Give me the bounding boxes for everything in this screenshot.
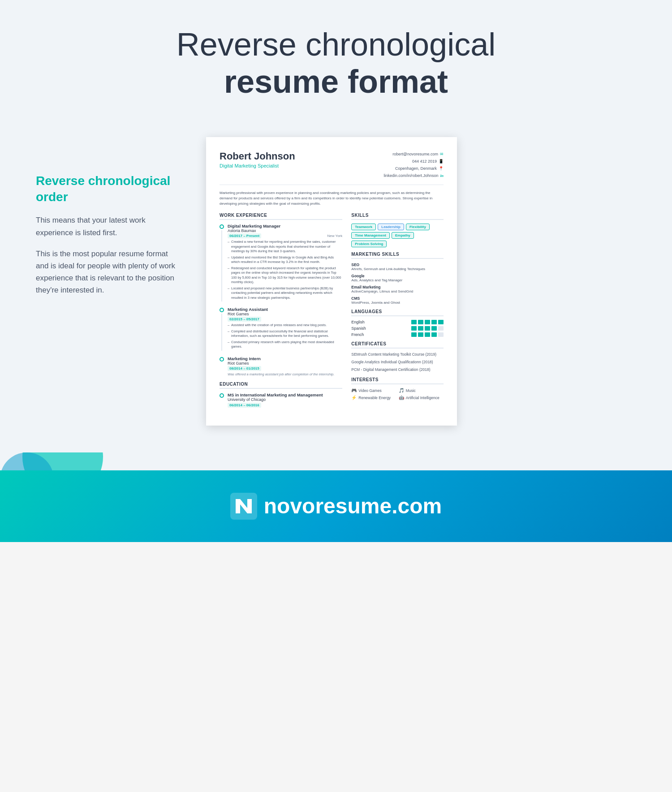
job-title-3: Marketing Intern [228, 356, 342, 361]
skill-time-management: Time Management [351, 232, 390, 239]
skill-problem-solving: Problem Solving [351, 241, 387, 247]
lang-bars-spanish [411, 326, 444, 331]
job-dot-col-2 [220, 307, 224, 351]
resume-summary: Marketing professional with proven exper… [220, 190, 444, 207]
resume-columns: WORK EXPERIENCE Digital Marketing Manage… [220, 213, 444, 412]
interest-music: 🎵 Music [399, 388, 444, 393]
mskill-seo-name: SEO [351, 263, 444, 267]
edu-content-1: MS in International Marketing and Manage… [228, 392, 323, 408]
skills-header: SKILLS [351, 213, 444, 220]
header-section: Reverse chronological resume format [0, 0, 672, 119]
resume-name: Robert Johnson [220, 151, 295, 162]
job-entry-2: Marketing Assistant Riot Games 02/2015 –… [220, 307, 342, 351]
bracket-container: Reverse chronological order This means t… [36, 173, 179, 297]
lang-bar-f5 [438, 332, 444, 337]
job-dates-2: 02/2015 – 05/2017 [228, 317, 261, 321]
mskill-google-name: Google [351, 274, 444, 278]
renewable-icon: ⚡ [351, 395, 357, 400]
job-bullets-1: Created a new format for reporting and p… [228, 240, 342, 300]
mskill-cms-detail: WordPress, Joomla and Ghost [351, 301, 444, 305]
lang-bar-e4 [431, 320, 437, 324]
job-meta-3: 08/2014 – 01/2015 [228, 366, 342, 370]
job-line-1 [221, 230, 222, 301]
bullet-2-1: Assisted with the creation of press rele… [228, 323, 342, 328]
interest-renewable: ⚡ Renewable Energy [351, 395, 396, 400]
job-entry-3: Marketing Intern Riot Games 08/2014 – 01… [220, 356, 342, 376]
job-content-1: Digital Marketing Manager Astoria Baumax… [228, 224, 342, 301]
work-experience-header: WORK EXPERIENCE [220, 213, 342, 220]
mskill-cms-name: CMS [351, 296, 444, 301]
skill-leadership: Leadership [378, 224, 404, 230]
lang-bar-f1 [411, 332, 417, 337]
education-header: EDUCATION [220, 382, 342, 389]
contact-linkedin-row: linkedin.com/in/robert.Johnson in [383, 172, 444, 179]
contact-phone: 044 412 2019 [412, 158, 437, 165]
lang-row-english: English [351, 320, 444, 324]
lang-bar-f2 [418, 332, 423, 337]
contact-phone-row: 044 412 2019 📱 [383, 158, 444, 165]
skills-tags-container: Teamwork Leadership Flexibility Time Man… [351, 224, 444, 247]
cert-3: PCM - Digital Management Certification (… [351, 367, 444, 373]
job-company-2: Riot Games [228, 312, 342, 316]
resume-job-title: Digital Marketing Specialist [220, 163, 295, 168]
lang-bar-e5 [438, 320, 444, 324]
job-dot-col-3 [220, 356, 224, 376]
bullet-1-1: Created a new format for reporting and p… [228, 240, 342, 254]
lang-bar-e1 [411, 320, 417, 324]
title-light: Reverse chronological [45, 27, 627, 62]
interest-ai-label: Artificial Intelligence [406, 396, 439, 400]
ai-icon: 🤖 [399, 395, 404, 400]
mskill-google: Google Ads, Analytics and Tag Manager [351, 274, 444, 282]
contact-location-row: Copenhagen, Denmark 📍 [383, 165, 444, 172]
mskill-email-detail: ActiveCampaign, Litmus and SendGrid [351, 289, 444, 293]
lang-bar-s4 [431, 326, 437, 331]
skill-teamwork: Teamwork [351, 224, 376, 230]
lang-bar-e2 [418, 320, 423, 324]
edu-degree-1: MS in International Marketing and Manage… [228, 392, 323, 397]
mskill-email: Email Marketing ActiveCampaign, Litmus a… [351, 285, 444, 293]
bullet-2-2: Compiled and distributed successfully th… [228, 329, 342, 339]
interest-renewable-label: Renewable Energy [358, 396, 391, 400]
resume-name-block: Robert Johnson Digital Marketing Special… [220, 151, 295, 168]
annotation-para1: This means that your latest work experie… [36, 214, 179, 238]
job-company-1: Astoria Baumax [228, 228, 342, 233]
resume-header: Robert Johnson Digital Marketing Special… [220, 151, 444, 185]
interests-header: INTERESTS [351, 377, 444, 384]
job-meta-1: 06/2017 – Present New York [228, 234, 342, 238]
mskill-google-detail: Ads, Analytics and Tag Manager [351, 278, 444, 282]
lang-bar-e3 [425, 320, 430, 324]
lang-bar-s3 [425, 326, 430, 331]
lang-english: English [351, 320, 374, 324]
brand-name: novoresume.com [264, 494, 442, 518]
contact-location: Copenhagen, Denmark [395, 165, 437, 172]
mskill-seo: SEO Ahrefs, Semrush and Link-building Te… [351, 263, 444, 271]
job-dates-3: 08/2014 – 01/2015 [228, 366, 261, 370]
job-content-2: Marketing Assistant Riot Games 02/2015 –… [228, 307, 342, 351]
left-column: WORK EXPERIENCE Digital Marketing Manage… [220, 213, 342, 412]
title-bold: resume format [45, 62, 627, 101]
edu-entry-1: MS in International Marketing and Manage… [220, 392, 342, 408]
lang-spanish: Spanish [351, 326, 374, 331]
email-icon: ✉ [440, 151, 444, 158]
brand-n-logo [230, 493, 257, 520]
annotation-para2: This is the most popular resume format a… [36, 248, 179, 297]
bullet-1-2: Updated and monitored the Bid Strategy i… [228, 255, 342, 265]
brand-container: novoresume.com [22, 493, 650, 520]
interest-music-label: Music [406, 388, 416, 393]
job-title-2: Marketing Assistant [228, 307, 342, 312]
job-meta-2: 02/2015 – 05/2017 [228, 317, 342, 321]
lang-french: French [351, 332, 374, 337]
job-dot-2 [220, 308, 224, 312]
skill-empathy: Empathy [392, 232, 414, 239]
bottom-decoration [0, 452, 672, 470]
lang-row-french: French [351, 332, 444, 337]
middle-section: Reverse chronological order This means t… [0, 119, 672, 452]
annotation-title: Reverse chronological order [36, 173, 179, 206]
bullet-1-3: Redesigned and conducted keyword researc… [228, 266, 342, 285]
contact-email: robert@novoresume.com [392, 151, 438, 158]
lang-bar-s5 [438, 326, 444, 331]
contact-linkedin: linkedin.com/in/robert.Johnson [383, 172, 438, 179]
bottom-section: novoresume.com [0, 470, 672, 542]
job-dates-highlight-1: 06/2017 – Present [228, 233, 261, 238]
lang-bars-french [411, 332, 444, 337]
